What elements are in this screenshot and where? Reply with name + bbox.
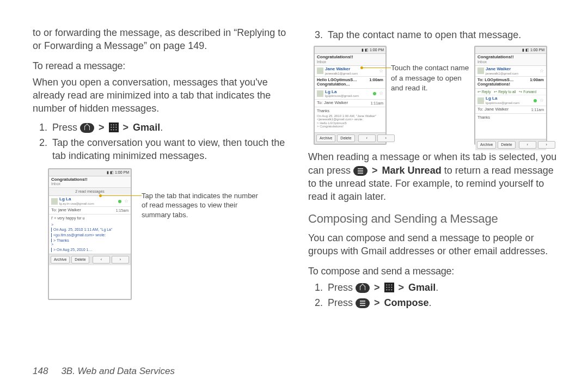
phone-screenshot-message-open: ▮◧1:00 PM Congratulations!!Inbox Jane Wa… — [474, 46, 547, 145]
step-2: Tap the conversation you want to view, t… — [50, 136, 286, 163]
compose-subhead: To compose and send a message: — [308, 265, 562, 278]
apps-grid-icon — [384, 283, 394, 292]
apps-grid-icon — [109, 122, 119, 132]
read-messages-tab: 2 read messages — [49, 188, 131, 196]
phone-screenshot-contact-list: ▮◧1:00 PM Congratulations!!Inbox Jane Wa… — [314, 46, 387, 145]
compose-intro: You can compose and send a message to pe… — [308, 231, 562, 258]
phone-screenshot-reread: ▮◧1:00 PM Congratulations!!Inbox 2 read … — [48, 168, 132, 300]
step-1: Press > > Gmail. — [50, 121, 286, 134]
home-icon — [356, 283, 370, 293]
callout-read-tab: Tap the tab that indicates the number of… — [142, 191, 261, 220]
step-3: Tap the contact name to open that messag… — [326, 28, 562, 41]
section-heading-compose: Composing and Sending a Message — [308, 211, 562, 227]
callout-touch-contact: Touch the contact name of a message to o… — [391, 63, 470, 93]
reread-para: When you open a conversation, messages t… — [33, 76, 286, 115]
page-footer: 1483B. Web and Data Services — [33, 366, 175, 377]
reread-subhead: To reread a message: — [33, 59, 286, 72]
home-icon — [80, 123, 94, 133]
menu-icon — [353, 166, 367, 176]
intro-text: to or forwarding the message, as describ… — [33, 26, 286, 53]
mark-unread-para: When reading a message or when its tab i… — [308, 150, 562, 203]
compose-step-1: Press > > Gmail. — [326, 281, 562, 294]
compose-step-2: Press > Compose. — [326, 296, 562, 309]
menu-icon — [356, 298, 370, 308]
